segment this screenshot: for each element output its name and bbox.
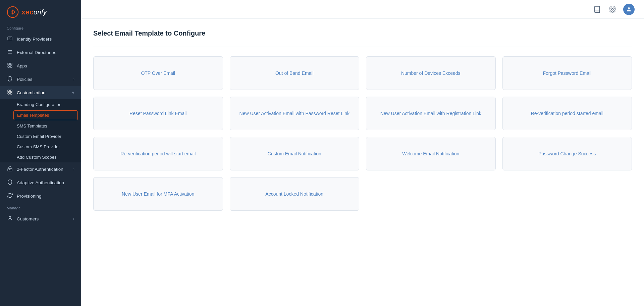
customization-chevron-icon: ∨ xyxy=(72,91,74,95)
svg-rect-9 xyxy=(8,90,9,92)
customization-submenu: Branding Configuration Email Templates S… xyxy=(0,99,81,162)
template-card-forgot-password-label: Forgot Password Email xyxy=(543,70,591,77)
template-card-welcome-email-label: Welcome Email Notification xyxy=(402,150,459,157)
sidebar-item-2fa[interactable]: 2-Factor Authentication › xyxy=(0,162,81,176)
svg-rect-8 xyxy=(10,66,12,67)
sidebar-subitem-branding-config[interactable]: Branding Configuration xyxy=(0,99,81,110)
template-card-new-user-registration[interactable]: New User Activation Email with Registrat… xyxy=(366,97,496,130)
identity-providers-icon xyxy=(7,36,13,42)
svg-rect-6 xyxy=(10,63,12,65)
template-card-custom-email-notification[interactable]: Custom Email Notification xyxy=(230,137,360,170)
sidebar-item-policies-label: Policies xyxy=(17,77,69,82)
sidebar-subitem-sms-templates[interactable]: SMS Templates xyxy=(0,121,81,131)
sidebar-item-adaptive-auth[interactable]: Adaptive Authentication xyxy=(0,176,81,189)
template-card-new-user-password-reset[interactable]: New User Activation Email with Password … xyxy=(230,97,360,130)
template-card-password-change-success[interactable]: Password Change Success xyxy=(502,137,632,170)
2fa-icon xyxy=(7,166,13,172)
template-card-number-of-devices[interactable]: Number of Devices Exceeds xyxy=(366,56,496,90)
template-card-number-of-devices-label: Number of Devices Exceeds xyxy=(401,70,461,77)
customers-chevron-icon: › xyxy=(73,217,74,221)
sidebar-item-adaptive-auth-label: Adaptive Authentication xyxy=(17,180,74,185)
sidebar-item-2fa-label: 2-Factor Authentication xyxy=(17,167,69,172)
book-icon[interactable] xyxy=(592,5,602,14)
customization-icon xyxy=(7,89,13,96)
policies-icon xyxy=(7,76,13,83)
template-grid: OTP Over Email Out of Band Email Number … xyxy=(93,56,632,211)
template-card-password-change-success-label: Password Change Success xyxy=(538,150,596,157)
template-card-reverification-will-start-label: Re-verification period will start email xyxy=(120,150,196,157)
sidebar: xecorify Configure Identity Providers Ex… xyxy=(0,0,81,306)
logo[interactable]: xecorify xyxy=(0,0,81,23)
external-directories-icon xyxy=(7,49,13,56)
configure-section-label: Configure xyxy=(0,23,81,32)
sidebar-item-apps[interactable]: Apps xyxy=(0,59,81,72)
sidebar-item-customization[interactable]: Customization ∨ xyxy=(0,86,81,99)
template-card-welcome-email[interactable]: Welcome Email Notification xyxy=(366,137,496,170)
2fa-chevron-icon: › xyxy=(73,167,74,171)
content-area: Select Email Template to Configure OTP O… xyxy=(81,19,644,306)
sidebar-subitem-email-templates[interactable]: Email Templates xyxy=(13,110,78,120)
template-card-reset-password-link-label: Reset Password Link Email xyxy=(129,110,186,117)
manage-section-label: Manage xyxy=(0,203,81,212)
svg-rect-11 xyxy=(8,93,9,94)
user-avatar[interactable] xyxy=(623,4,635,15)
template-card-custom-email-notification-label: Custom Email Notification xyxy=(268,150,321,157)
sidebar-item-identity-providers[interactable]: Identity Providers xyxy=(0,32,81,46)
template-card-new-user-mfa-label: New User Email for MFA Activation xyxy=(122,191,194,198)
sidebar-item-policies[interactable]: Policies › xyxy=(0,72,81,86)
svg-rect-5 xyxy=(8,63,9,65)
sidebar-item-external-directories-label: External Directories xyxy=(17,50,74,55)
template-card-new-user-mfa[interactable]: New User Email for MFA Activation xyxy=(93,177,223,211)
adaptive-auth-icon xyxy=(7,179,13,186)
template-card-out-of-band-email-label: Out of Band Email xyxy=(275,70,314,77)
template-card-account-locked-label: Account Locked Notification xyxy=(265,191,323,198)
page-title: Select Email Template to Configure xyxy=(93,30,632,37)
template-card-out-of-band-email[interactable]: Out of Band Email xyxy=(230,56,360,90)
sidebar-item-external-directories[interactable]: External Directories xyxy=(0,46,81,59)
sidebar-subitem-custom-sms-provider[interactable]: Custom SMS Provider xyxy=(0,142,81,152)
svg-point-16 xyxy=(611,8,613,10)
svg-point-14 xyxy=(9,169,10,170)
apps-icon xyxy=(7,62,13,69)
svg-rect-1 xyxy=(8,37,12,40)
svg-rect-7 xyxy=(8,66,9,67)
template-card-account-locked[interactable]: Account Locked Notification xyxy=(230,177,360,211)
sidebar-item-identity-providers-label: Identity Providers xyxy=(17,37,74,42)
sidebar-subitem-custom-email-provider[interactable]: Custom Email Provider xyxy=(0,131,81,142)
title-divider xyxy=(93,47,632,47)
svg-rect-10 xyxy=(10,90,12,92)
gear-icon[interactable] xyxy=(608,5,617,14)
svg-rect-12 xyxy=(10,93,12,94)
sidebar-item-customers[interactable]: Customers › xyxy=(0,212,81,225)
template-card-new-user-registration-label: New User Activation Email with Registrat… xyxy=(380,110,481,117)
template-card-reverification-will-start[interactable]: Re-verification period will start email xyxy=(93,137,223,170)
sidebar-item-apps-label: Apps xyxy=(17,63,74,68)
policies-chevron-icon: › xyxy=(73,77,74,81)
main-area: Select Email Template to Configure OTP O… xyxy=(81,0,644,306)
svg-point-15 xyxy=(9,216,11,218)
svg-point-17 xyxy=(628,7,630,9)
sidebar-subitem-add-custom-scopes[interactable]: Add Custom Scopes xyxy=(0,152,81,162)
provisioning-icon xyxy=(7,193,13,199)
template-card-reverification-started-label: Re-verification period started email xyxy=(531,110,603,117)
sidebar-item-customization-label: Customization xyxy=(17,90,68,95)
template-card-reset-password-link[interactable]: Reset Password Link Email xyxy=(93,97,223,130)
sidebar-item-provisioning-label: Provisioning xyxy=(17,194,74,199)
template-card-otp-over-email-label: OTP Over Email xyxy=(141,70,175,77)
topbar xyxy=(81,0,644,19)
customers-icon xyxy=(7,215,13,222)
template-card-otp-over-email[interactable]: OTP Over Email xyxy=(93,56,223,90)
template-card-reverification-started[interactable]: Re-verification period started email xyxy=(502,97,632,130)
sidebar-item-provisioning[interactable]: Provisioning xyxy=(0,189,81,203)
sidebar-item-customers-label: Customers xyxy=(17,216,69,221)
template-card-new-user-password-reset-label: New User Activation Email with Password … xyxy=(239,110,350,117)
template-card-forgot-password[interactable]: Forgot Password Email xyxy=(502,56,632,90)
